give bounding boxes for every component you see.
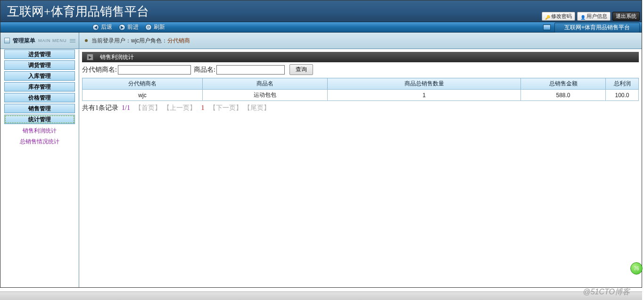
search-row: 分代销商名: 商品名: 查询 (82, 62, 639, 78)
menu-icon (4, 38, 10, 43)
sidebar-header-sub: MAIN MENU (38, 38, 67, 43)
nav-refresh[interactable]: ⟳刷新 (145, 23, 165, 31)
th-dealer: 分代销商名 (83, 78, 203, 90)
refresh-icon: ⟳ (145, 24, 152, 31)
user-icon (580, 14, 585, 19)
pager-next[interactable]: 【下一页】 (209, 104, 242, 111)
pager-current: 1 (201, 104, 204, 111)
th-product: 商品名 (203, 78, 328, 90)
cell-profit: 100.0 (606, 90, 639, 101)
change-password-button[interactable]: 修改密码 (542, 12, 575, 21)
main-panel: ▶ 销售利润统计 分代销商名: 商品名: 查询 分代销商名 商品名 商品总销售数… (79, 50, 642, 287)
monitor-icon (543, 25, 551, 30)
pager: 共有1条记录 1/1 【首页】 【上一页】 1 【下一页】 【尾页】 (82, 101, 639, 115)
pager-total: 共有1条记录 (82, 104, 118, 111)
pager-first[interactable]: 【首页】 (135, 104, 161, 111)
nav-refresh-label: 刷新 (154, 23, 165, 31)
header-toolbar: 修改密码 用户信息 退出系统 (542, 0, 642, 22)
nav-back[interactable]: ◀后退 (92, 23, 112, 31)
table-row: wjc 运动包包 1 588.0 100.0 (83, 90, 639, 101)
th-profit: 总利润 (606, 78, 639, 90)
sidebar-item-price[interactable]: 价格管理 (4, 93, 75, 102)
key-icon (545, 14, 550, 19)
nav-forward-label: 前进 (127, 23, 139, 31)
logout-label: 退出系统 (616, 13, 636, 20)
arrow-left-icon: ◀ (92, 24, 99, 31)
nav-back-label: 后退 (101, 23, 112, 31)
role-value: 分代销商 (167, 37, 190, 45)
status-bar (0, 292, 642, 300)
th-amount: 总销售金额 (521, 78, 606, 90)
nav-breadcrumb-tab[interactable]: 互联网+体育用品销售平台 (554, 23, 640, 33)
pager-pos: 1/1 (122, 104, 130, 111)
cell-qty: 1 (328, 90, 521, 101)
pager-last[interactable]: 【尾页】 (244, 104, 270, 111)
th-qty: 商品总销售数量 (328, 78, 521, 90)
app-title: 互联网+体育用品销售平台 (0, 0, 156, 22)
sidebar-sub-profit-stats[interactable]: 销售利润统计 (0, 125, 79, 136)
login-user: wjc (131, 37, 139, 44)
results-table: 分代销商名 商品名 商品总销售数量 总销售金额 总利润 wjc 运动包包 1 5… (82, 78, 639, 101)
watermark: @51CTO博客 (583, 287, 630, 297)
logout-button[interactable]: 退出系统 (612, 12, 640, 21)
bullet-icon (85, 39, 88, 42)
sidebar-item-purchase[interactable]: 进货管理 (4, 50, 75, 59)
sidebar-item-stats[interactable]: 统计管理 (4, 115, 75, 124)
cell-amount: 588.0 (521, 90, 606, 101)
menu-lines-icon (70, 38, 75, 43)
cell-product: 运动包包 (203, 90, 328, 101)
role-prefix: 用户角色： (139, 37, 167, 45)
play-icon: ▶ (87, 54, 93, 60)
dealer-label: 分代销商名: (82, 66, 117, 74)
sidebar-header: 管理菜单 MAIN MENU (0, 33, 79, 49)
sidebar-item-transfer[interactable]: 调货管理 (4, 60, 75, 70)
panel-title-bar: ▶ 销售利润统计 (82, 52, 639, 62)
cell-dealer: wjc (83, 90, 203, 101)
user-info-button[interactable]: 用户信息 (577, 12, 611, 21)
sidebar-item-inbound[interactable]: 入库管理 (4, 71, 75, 81)
change-password-label: 修改密码 (551, 13, 572, 20)
product-input[interactable] (216, 65, 285, 75)
nav-forward[interactable]: ▶前进 (119, 23, 139, 31)
pager-prev[interactable]: 【上一页】 (163, 104, 196, 111)
sidebar: 进货管理 调货管理 入库管理 库存管理 价格管理 销售管理 统计管理 销售利润统… (0, 50, 79, 287)
sidebar-header-label: 管理菜单 (13, 37, 35, 45)
panel-title-text: 销售利润统计 (100, 53, 134, 61)
product-label: 商品名: (194, 66, 215, 74)
user-info-label: 用户信息 (586, 13, 607, 20)
dealer-input[interactable] (118, 65, 191, 75)
sidebar-item-sales[interactable]: 销售管理 (4, 104, 75, 113)
login-prefix: 当前登录用户： (91, 37, 131, 45)
floating-badge[interactable]: 76 (630, 262, 643, 275)
sidebar-sub-total-sales[interactable]: 总销售情况统计 (0, 136, 79, 147)
sidebar-item-stock[interactable]: 库存管理 (4, 82, 75, 92)
login-info: 当前登录用户： wjc 用户角色： 分代销商 (79, 33, 642, 49)
arrow-right-icon: ▶ (119, 24, 125, 31)
query-button[interactable]: 查询 (289, 64, 313, 75)
